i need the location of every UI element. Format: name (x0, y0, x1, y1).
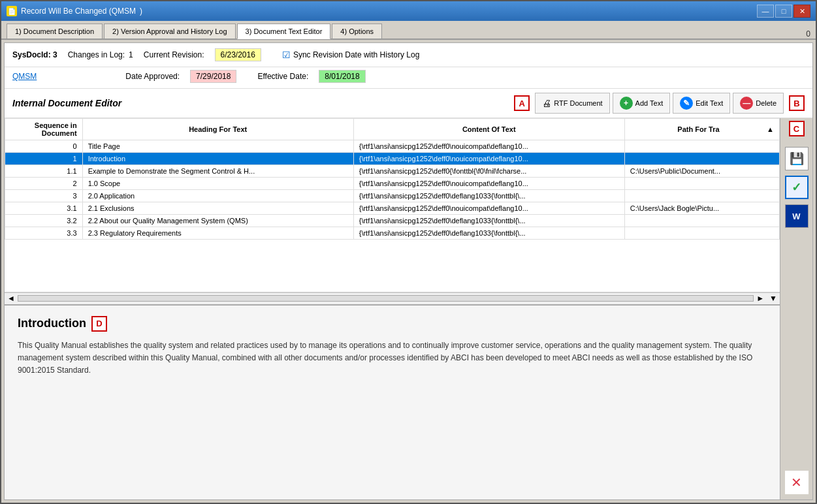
scroll-left-icon[interactable]: ◄ (5, 294, 18, 303)
changes-value: 1 (129, 50, 133, 59)
sync-label: Sync Revision Date with History Log (293, 50, 419, 59)
info-bar-row2: QMSM Date Approved: 7/29/2018 Effective … (5, 67, 812, 89)
scroll-up-icon[interactable]: ▲ (767, 125, 774, 133)
minimize-button[interactable]: — (757, 5, 774, 18)
path-cell (624, 190, 779, 202)
seq-cell: 3 (5, 190, 83, 202)
add-text-button[interactable]: + Add Text (613, 93, 671, 114)
current-revision-value: 6/23/2016 (215, 48, 261, 61)
tab-options[interactable]: 4) Options (332, 24, 382, 39)
add-text-label: Add Text (635, 99, 664, 107)
label-b-box: B (789, 95, 805, 111)
seq-cell: 1.1 (5, 165, 83, 178)
heading-cell: 2.2 About our Quality Management System … (82, 215, 353, 227)
label-d-box: D (91, 316, 107, 332)
heading-cell: 1.0 Scope (82, 178, 353, 190)
table-row[interactable]: 2 1.0 Scope {\rtf1\ansi\ansicpg1252\deff… (5, 178, 780, 190)
tab-document-description[interactable]: 1) Document Description (7, 24, 103, 39)
table-row[interactable]: 1.1 Example to Demonstrate the Segment C… (5, 165, 780, 178)
window-title-suffix: ) (140, 7, 142, 16)
document-table: Sequence in Document Heading For Text Co… (5, 118, 780, 292)
window-title: Record Will Be Changed (QMSM (21, 7, 136, 16)
sysdocid-label: SysDocId: 3 (12, 50, 57, 59)
save-button[interactable]: 💾 (785, 147, 809, 170)
info-bar: SysDocId: 3 Changes in Log: 1 Current Re… (5, 43, 812, 67)
app-icon: 📄 (7, 6, 17, 16)
scroll-down-table-icon[interactable]: ▼ (767, 294, 780, 303)
changes-label: Changes in Log: (68, 50, 125, 59)
maximize-button[interactable]: □ (775, 5, 792, 18)
path-cell: C:\Users\Jack Bogle\Pictu... (624, 202, 779, 215)
date-approved-value: 7/29/2018 (190, 70, 236, 83)
rtf-document-button[interactable]: 🖨 RTF Document (535, 93, 609, 114)
current-revision-label: Current Revision: (144, 50, 204, 59)
col-header-content: Content Of Text (353, 119, 624, 140)
seq-cell: 1 (5, 153, 83, 165)
word-button[interactable]: W (785, 204, 809, 228)
cancel-icon: ✕ (791, 475, 802, 490)
word-icon: W (792, 212, 800, 221)
label-c-box: C (789, 121, 805, 136)
edit-icon: ✎ (680, 97, 693, 110)
editor-title: Internal Document Editor (12, 98, 509, 108)
right-panel: C 💾 ✓ W ✕ (780, 118, 812, 499)
scroll-right-icon[interactable]: ► (754, 294, 767, 303)
seq-cell: 2 (5, 178, 83, 190)
heading-cell: Title Page (82, 140, 353, 153)
seq-cell: 0 (5, 140, 83, 153)
printer-icon: 🖨 (542, 98, 551, 108)
table-row[interactable]: 0 Title Page {\rtf1\ansi\ansicpg1252\def… (5, 140, 780, 153)
seq-cell: 3.3 (5, 227, 83, 240)
approve-button[interactable]: ✓ (785, 176, 809, 199)
table-row[interactable]: 3.3 2.3 Regulatory Requirements {\rtf1\a… (5, 227, 780, 240)
qmsm-link[interactable]: QMSM (12, 72, 37, 81)
cancel-bottom-button[interactable]: ✕ (785, 471, 809, 494)
table-row[interactable]: 3 2.0 Application {\rtf1\ansi\ansicpg125… (5, 190, 780, 202)
seq-cell: 3.2 (5, 215, 83, 227)
close-button[interactable]: ✕ (793, 5, 810, 18)
date-approved-label: Date Approved: (125, 72, 180, 81)
effective-date-label: Effective Date: (257, 72, 308, 81)
content-cell: {\rtf1\ansi\ansicpg1252\deff0{\fonttbl{\… (353, 165, 624, 178)
table-row[interactable]: 1 Introduction {\rtf1\ansi\ansicpg1252\d… (5, 153, 780, 165)
heading-cell: 2.1 Exclusions (82, 202, 353, 215)
content-cell: {\rtf1\ansi\ansicpg1252\deff0\deflang103… (353, 190, 624, 202)
preview-content: This Quality Manual establishes the qual… (18, 339, 767, 377)
tab-version-approval[interactable]: 2) Version Approval and History Log (104, 24, 236, 39)
path-cell: C:\Users\Public\Document... (624, 165, 779, 178)
heading-cell: Introduction (82, 153, 353, 165)
editor-header: Internal Document Editor A 🖨 RTF Documen… (5, 89, 812, 118)
content-cell: {\rtf1\ansi\ansicpg1252\deff0\nouicompat… (353, 153, 624, 165)
col-header-path: Path For Tra ▲ (624, 119, 779, 140)
title-bar: 📄 Record Will Be Changed (QMSM ) — □ ✕ (1, 1, 816, 21)
edit-text-button[interactable]: ✎ Edit Text (673, 93, 730, 114)
sync-checkbox[interactable]: ☑ (282, 50, 291, 60)
heading-cell: 2.0 Application (82, 190, 353, 202)
horizontal-scrollbar[interactable]: ◄ ► ▼ (5, 292, 780, 304)
effective-date-value: 8/01/2018 (319, 70, 365, 83)
edit-text-label: Edit Text (696, 99, 723, 107)
content-cell: {\rtf1\ansi\ansicpg1252\deff0\nouicompat… (353, 140, 624, 153)
counter-display: 0 (806, 29, 810, 39)
path-cell (624, 227, 779, 240)
tab-document-text-editor[interactable]: 3) Document Text Editor (237, 24, 331, 39)
window-controls: — □ ✕ (757, 5, 810, 18)
tab-bar: 1) Document Description 2) Version Appro… (7, 24, 803, 39)
path-cell (624, 215, 779, 227)
table-row[interactable]: 3.2 2.2 About our Quality Management Sys… (5, 215, 780, 227)
heading-cell: 2.3 Regulatory Requirements (82, 227, 353, 240)
scroll-track[interactable] (18, 295, 754, 302)
label-a-box: A (514, 95, 530, 111)
preview-area: Introduction D This Quality Manual estab… (5, 304, 780, 500)
content-cell: {\rtf1\ansi\ansicpg1252\deff0\deflang103… (353, 215, 624, 227)
path-cell (624, 178, 779, 190)
seq-cell: 3.1 (5, 202, 83, 215)
delete-icon: — (740, 97, 753, 110)
table-row[interactable]: 3.1 2.1 Exclusions {\rtf1\ansi\ansicpg12… (5, 202, 780, 215)
content-cell: {\rtf1\ansi\ansicpg1252\deff0\nouicompat… (353, 202, 624, 215)
col-header-heading: Heading For Text (82, 119, 353, 140)
rtf-document-label: RTF Document (554, 99, 602, 107)
delete-button[interactable]: — Delete (733, 93, 784, 114)
path-cell (624, 140, 779, 153)
toolbar: 🖨 RTF Document + Add Text ✎ Edit Text — … (535, 93, 784, 114)
